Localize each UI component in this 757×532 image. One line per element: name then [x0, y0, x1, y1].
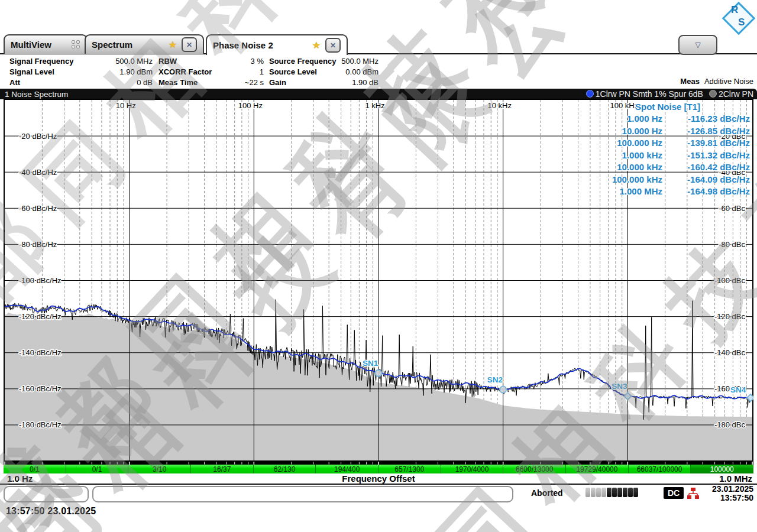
source-level-value[interactable]: 0.00 dBm	[331, 67, 378, 76]
rbw-value[interactable]: 3 %	[201, 57, 264, 66]
measurement-header: Signal Frequency 500.0 MHz Signal Level …	[0, 54, 757, 89]
svg-text:-20 dBc/Hz: -20 dBc/Hz	[19, 132, 57, 141]
xcorr-segment: 66037/100000	[629, 465, 691, 473]
svg-text:-180 dBc/Hz: -180 dBc/Hz	[19, 420, 62, 429]
source-frequency-value[interactable]: 500.0 MHz	[331, 57, 378, 66]
svg-text:-120 dBc: -120 dBc	[714, 312, 746, 321]
rs-logo-letter-s: S	[738, 17, 745, 28]
signal-frequency-label: Signal Frequency	[9, 57, 73, 66]
tab-multiview-label: MultiView	[11, 40, 51, 50]
svg-text:-80 dBc: -80 dBc	[719, 240, 745, 249]
xcorr-segment: 3/10	[128, 465, 191, 473]
tab-spectrum-label: Spectrum	[92, 40, 132, 50]
xcorr-segment: 62/130	[254, 465, 316, 473]
spot-noise-table: Spot Noise [T1] 1.000 Hz-116.23 dBc/Hz10…	[603, 100, 750, 198]
att-value[interactable]: 0 dB	[89, 78, 153, 87]
svg-text:-60 dBc: -60 dBc	[719, 204, 745, 213]
xcorr-factor-value[interactable]: 1	[201, 67, 264, 76]
status-toolbar: Aborted DC 23.01.2025 13:57:50	[0, 485, 757, 504]
signal-level-value[interactable]: 1.90 dBm	[89, 67, 153, 76]
svg-text:SN4: SN4	[730, 385, 746, 394]
rs-logo-letter-r: R	[731, 4, 738, 16]
xcorr-segment: 6600/13000	[503, 465, 566, 473]
meas-mode: Meas Additive Noise	[680, 77, 753, 86]
xcorr-segment: 194/400	[316, 465, 378, 473]
trace2-legend[interactable]: 2Clrw PN	[709, 89, 753, 99]
spot-noise-row: 100.000 kHz-164.09 dBc/Hz	[603, 174, 750, 186]
screenshot-timestamp: 13:57:50 23.01.2025	[6, 506, 96, 517]
spot-noise-row: 1.000 MHz-164.98 dBc/Hz	[603, 186, 750, 198]
xcorr-segment: 0/1	[4, 465, 66, 473]
network-icon	[687, 487, 700, 502]
rbw-label: RBW	[158, 57, 177, 66]
svg-text:SN2: SN2	[487, 375, 503, 384]
xcorr-segment: 19729/40000	[566, 465, 629, 473]
tab-spectrum[interactable]: Spectrum ★ ✕	[85, 34, 204, 54]
att-label: Att	[9, 78, 20, 87]
tab-overflow-button[interactable]: ▽	[678, 35, 717, 55]
tab-phase-noise-2[interactable]: Phase Noise 2 ★ ✕	[206, 34, 348, 55]
softkey-field[interactable]	[4, 486, 89, 502]
spot-noise-row: 1.000 kHz-151.32 dBc/Hz	[603, 150, 750, 162]
gain-value[interactable]: 1.90 dB	[331, 78, 378, 87]
svg-text:-100 dBc: -100 dBc	[714, 276, 746, 285]
spot-noise-row: 1.000 Hz-116.23 dBc/Hz	[603, 113, 750, 125]
spot-noise-row: 10.000 kHz-160.42 dBc/Hz	[603, 161, 750, 174]
svg-text:-140 dBc/Hz: -140 dBc/Hz	[19, 348, 62, 357]
axis-stop-label: 1.0 MHz	[719, 473, 752, 484]
tab-multiview[interactable]: MultiView	[4, 34, 88, 54]
svg-text:100 Hz: 100 Hz	[238, 101, 263, 110]
spot-noise-row: 100.000 Hz-139.81 dBc/Hz	[603, 137, 750, 150]
axis-title: Frequency Offset	[0, 473, 757, 484]
spot-noise-rows: 1.000 Hz-116.23 dBc/Hz10.000 Hz-126.85 d…	[603, 113, 750, 198]
spot-noise-row: 10.000 Hz-126.85 dBc/Hz	[603, 125, 750, 138]
svg-text:-100 dBc/Hz: -100 dBc/Hz	[19, 276, 62, 285]
svg-text:-40 dBc/Hz: -40 dBc/Hz	[19, 168, 57, 177]
svg-text:1 kHz: 1 kHz	[365, 101, 384, 110]
svg-text:-80 dBc/Hz: -80 dBc/Hz	[19, 240, 57, 249]
tab-phase-noise-2-label: Phase Noise 2	[213, 40, 273, 50]
svg-text:10 kHz: 10 kHz	[487, 101, 511, 110]
trace1-bullet-icon	[586, 90, 594, 98]
svg-text:-160 dBc/Hz: -160 dBc/Hz	[19, 384, 62, 393]
close-tab-icon[interactable]: ✕	[182, 37, 197, 52]
signal-frequency-value[interactable]: 500.0 MHz	[89, 57, 153, 66]
favorite-star-icon[interactable]: ★	[169, 39, 177, 50]
meas-time-value[interactable]: ~22 s	[201, 78, 264, 87]
svg-text:-140 dBc: -140 dBc	[714, 348, 746, 357]
meas-value: Additive Noise	[704, 77, 753, 86]
frequency-axis-row: 1.0 Hz Frequency Offset 1.0 MHz	[0, 473, 757, 484]
meas-label: Meas	[680, 77, 700, 86]
entry-field[interactable]	[92, 486, 513, 502]
xcorr-segment: 1970/4000	[441, 465, 504, 473]
xcorr-segment: 657/1300	[378, 465, 441, 473]
xcorr-segment: 0/1	[66, 465, 129, 473]
rs-logo: R S	[722, 1, 752, 33]
favorite-star-icon[interactable]: ★	[312, 40, 321, 51]
xcorr-segment: 16/37	[191, 465, 254, 473]
trace-legend: 1Clrw PN Smth 1% Spur 6dB 2Clrw PN	[586, 89, 753, 99]
date-time: 23.01.2025 13:57:50	[712, 485, 753, 502]
svg-text:10 Hz: 10 Hz	[116, 101, 136, 110]
status-time: 13:57:50	[712, 494, 753, 502]
meas-time-label: Meas Time	[158, 78, 198, 87]
svg-text:-60 dBc/Hz: -60 dBc/Hz	[19, 204, 57, 213]
svg-text:-120 dBc/Hz: -120 dBc/Hz	[19, 312, 62, 321]
gain-label: Gain	[269, 78, 286, 87]
xcorr-progress-bar: 0/10/13/1016/3762/130194/400657/13001970…	[4, 465, 753, 473]
source-frequency-label: Source Frequency	[269, 57, 336, 66]
status-date: 23.01.2025	[712, 485, 753, 494]
close-tab-icon[interactable]: ✕	[325, 38, 341, 53]
source-level-label: Source Level	[269, 67, 317, 76]
measurement-state: Aborted	[531, 488, 563, 498]
trace1-legend[interactable]: 1Clrw PN Smth 1% Spur 6dB	[586, 89, 703, 99]
xcorr-segment: 100000	[691, 465, 753, 473]
dc-coupling-badge: DC	[664, 487, 684, 499]
svg-text:-180 dBc: -180 dBc	[714, 420, 746, 429]
window-title: 1 Noise Spectrum	[5, 90, 68, 99]
multiview-grid-icon	[72, 40, 80, 49]
progress-indicator	[585, 488, 638, 497]
result-window-titlebar: 1 Noise Spectrum 1Clrw PN Smth 1% Spur 6…	[0, 89, 757, 99]
signal-level-label: Signal Level	[9, 67, 54, 76]
chevron-down-icon: ▽	[695, 41, 700, 49]
